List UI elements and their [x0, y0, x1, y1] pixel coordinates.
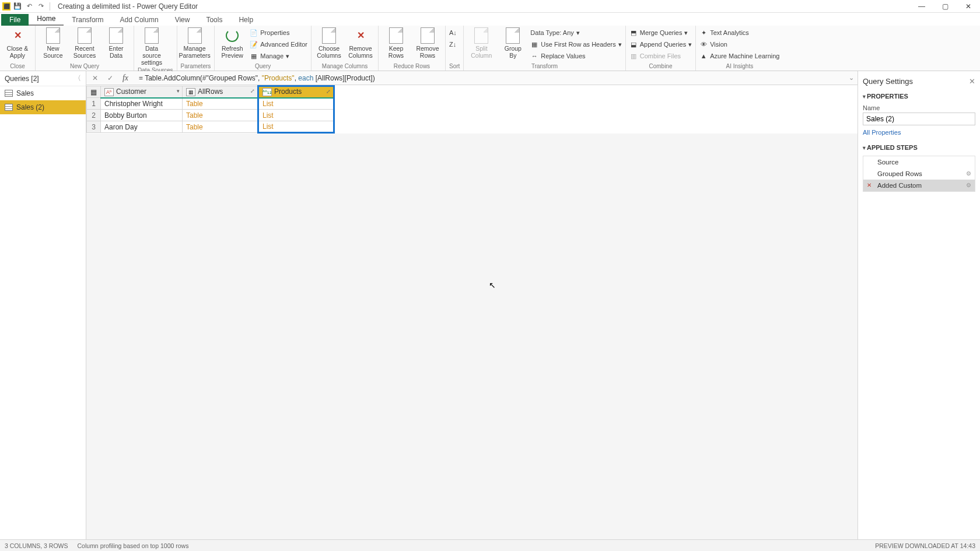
query-item-sales-2[interactable]: Sales (2) [0, 100, 86, 114]
rows-icon [389, 27, 403, 44]
recent-sources-button[interactable]: Recent Sources [71, 27, 99, 59]
all-properties-link[interactable]: All Properties [863, 129, 975, 136]
maximize-button[interactable]: ▢ [933, 0, 957, 13]
remove-rows-button[interactable]: Remove Rows [414, 27, 442, 59]
properties-section-header[interactable]: PROPERTIES [863, 90, 975, 102]
grid-corner[interactable]: ▦ [87, 86, 101, 98]
replace-values-button[interactable]: ↔Replace Values [530, 51, 621, 61]
expand-dropdown-icon[interactable]: ⤢ [250, 88, 255, 94]
append-icon: ⬓ [629, 40, 638, 48]
combine-files-button[interactable]: ▥Combine Files [629, 51, 692, 61]
tab-view[interactable]: View [167, 14, 198, 26]
gear-icon[interactable]: ⚙ [966, 182, 971, 188]
text-analytics-button[interactable]: ✦Text Analytics [699, 27, 779, 38]
first-row-headers-button[interactable]: ▦Use First Row as Headers ▾ [530, 39, 621, 50]
azure-ml-button[interactable]: ▲Azure Machine Learning [699, 51, 779, 61]
table-row[interactable]: 2 Bobby Burton Table List [87, 110, 334, 121]
group-label-close: Close [4, 62, 32, 71]
cell-allrows[interactable]: Table [183, 110, 258, 121]
expand-formula-icon[interactable]: ⌄ [849, 74, 854, 82]
settings-title: Query Settings [863, 77, 913, 86]
query-item-sales[interactable]: Sales [0, 86, 86, 100]
table-icon [5, 90, 13, 97]
gear-icon[interactable]: ⚙ [966, 170, 971, 177]
combine-icon: ▥ [629, 52, 638, 60]
cell-customer[interactable]: Bobby Burton [101, 110, 183, 121]
merge-queries-button[interactable]: ⬒Merge Queries ▾ [629, 27, 692, 38]
filter-dropdown-icon[interactable]: ▾ [177, 88, 180, 94]
column-header-customer[interactable]: AᵇCustomer▾ [101, 86, 183, 98]
tab-transform[interactable]: Transform [64, 14, 111, 26]
rows-icon [421, 27, 435, 44]
append-queries-button[interactable]: ⬓Append Queries ▾ [629, 39, 692, 50]
group-label-transform: Transform [467, 62, 621, 71]
text-type-icon: Aᵇ [104, 88, 114, 96]
tab-tools[interactable]: Tools [198, 14, 230, 26]
minimize-button[interactable]: — [910, 0, 933, 13]
vision-icon: 👁 [699, 40, 708, 48]
ribbon: ✕ Close & Apply Close New Source Recent … [0, 26, 980, 71]
step-added-custom[interactable]: Added Custom⚙ [863, 180, 975, 191]
step-grouped-rows[interactable]: Grouped Rows⚙ [863, 168, 975, 180]
query-name-input[interactable] [863, 113, 975, 125]
close-apply-button[interactable]: ✕ Close & Apply [4, 27, 32, 59]
queries-header: Queries [2] 〈 [0, 71, 86, 86]
close-button[interactable]: ✕ [957, 0, 980, 13]
cancel-formula-icon[interactable]: ✕ [90, 73, 100, 83]
queries-pane: Queries [2] 〈 Sales Sales (2) [0, 71, 86, 539]
data-type-button[interactable]: Data Type: Any ▾ [530, 27, 621, 38]
split-column-button[interactable]: Split Column [467, 27, 495, 59]
applied-steps-header[interactable]: APPLIED STEPS [863, 142, 975, 153]
merge-icon: ⬒ [629, 29, 638, 37]
column-header-products[interactable]: ᴬᴮ₁₂Products⤢ [258, 86, 334, 98]
advanced-editor-button[interactable]: 📝Advanced Editor [250, 39, 307, 50]
cell-allrows[interactable]: Table [183, 121, 258, 133]
enter-data-button[interactable]: Enter Data [102, 27, 130, 59]
step-source[interactable]: Source [863, 156, 975, 168]
close-settings-icon[interactable]: ✕ [969, 77, 975, 86]
formula-input[interactable]: = Table.AddColumn(#"Grouped Rows", "Prod… [135, 74, 844, 82]
save-icon[interactable]: 💾 [13, 2, 22, 11]
cell-customer[interactable]: Aaron Day [101, 121, 183, 133]
cell-customer[interactable]: Christopher Wright [101, 98, 183, 110]
sort-desc-button[interactable]: Z↓ [449, 39, 457, 50]
column-header-allrows[interactable]: ▦AllRows⤢ [183, 86, 258, 98]
sort-asc-button[interactable]: A↓ [449, 27, 457, 38]
undo-icon[interactable]: ↶ [24, 2, 34, 11]
replace-icon: ↔ [530, 52, 538, 60]
manage-parameters-button[interactable]: Manage Parameters [181, 27, 209, 59]
group-label-newquery: New Query [39, 62, 130, 71]
query-settings-pane: Query Settings ✕ PROPERTIES Name All Pro… [858, 71, 980, 539]
vision-button[interactable]: 👁Vision [699, 39, 779, 50]
group-by-button[interactable]: Group By [499, 27, 527, 59]
choose-columns-button[interactable]: Choose Columns [315, 27, 343, 59]
properties-button[interactable]: 📄Properties [250, 27, 307, 38]
new-source-button[interactable]: New Source [39, 27, 67, 59]
fx-icon[interactable]: fx [120, 73, 131, 83]
accept-formula-icon[interactable]: ✓ [105, 73, 116, 83]
tab-file[interactable]: File [1, 14, 29, 26]
sheet-icon [109, 27, 123, 44]
table-row[interactable]: 3 Aaron Day Table List [87, 121, 334, 133]
table-row[interactable]: 1 Christopher Wright Table List [87, 98, 334, 110]
tab-home[interactable]: Home [29, 13, 64, 26]
sort-desc-icon: Z↓ [449, 41, 456, 48]
cell-products[interactable]: List [258, 121, 334, 133]
data-source-settings-button[interactable]: Data source settings [138, 27, 166, 66]
refresh-preview-button[interactable]: Refresh Preview [218, 27, 246, 59]
keep-rows-button[interactable]: Keep Rows [382, 27, 410, 59]
redo-icon[interactable]: ↷ [36, 2, 46, 11]
group-label-managecols: Manage Columns [315, 62, 374, 71]
tab-help[interactable]: Help [230, 14, 261, 26]
collapse-pane-icon[interactable]: 〈 [74, 73, 81, 83]
cell-allrows[interactable]: Table [183, 98, 258, 110]
cell-products[interactable]: List [258, 98, 334, 110]
split-icon [474, 27, 488, 44]
remove-columns-button[interactable]: ✕Remove Columns [346, 27, 374, 59]
status-bar: 3 COLUMNS, 3 ROWS Column profiling based… [0, 539, 980, 551]
manage-button[interactable]: ▦Manage ▾ [250, 51, 307, 61]
expand-dropdown-icon[interactable]: ⤢ [326, 89, 331, 94]
cell-products[interactable]: List [258, 110, 334, 121]
tab-add-column[interactable]: Add Column [112, 14, 167, 26]
status-preview-time: PREVIEW DOWNLOADED AT 14:43 [875, 542, 975, 549]
